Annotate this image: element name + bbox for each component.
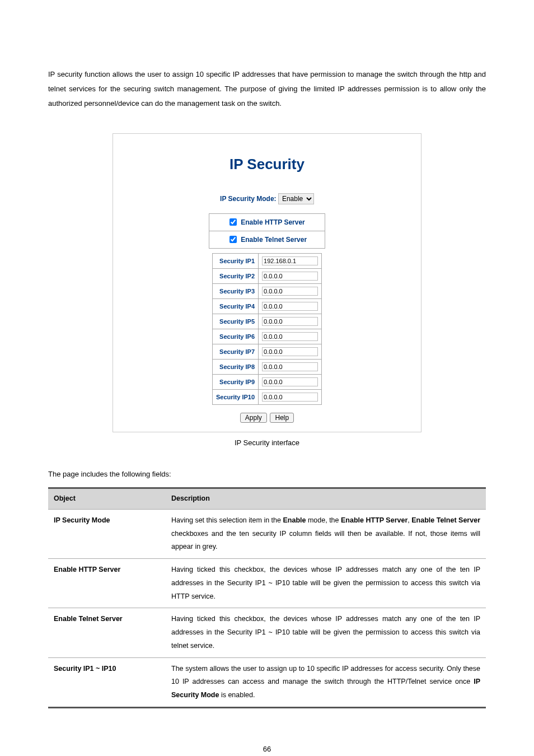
table-row: Security IP4	[212, 299, 321, 314]
table-row: Security IP7	[212, 344, 321, 360]
fields-table: Object Description IP Security Mode Havi…	[48, 487, 486, 708]
panel-title: IP Security	[113, 150, 421, 179]
enable-servers-table: Enable HTTP Server Enable Telnet Server	[209, 213, 325, 249]
security-ip3-input[interactable]	[262, 287, 318, 296]
ip-security-mode-label: IP Security Mode:	[220, 195, 276, 203]
table-row: IP Security Mode Having set this selecti…	[48, 509, 486, 558]
description-cell: The system allows the user to assign up …	[166, 657, 486, 707]
security-ip10-input[interactable]	[262, 393, 318, 402]
table-row: Security IP6	[212, 329, 321, 344]
security-ip2-input[interactable]	[262, 272, 318, 281]
security-ip-label: Security IP1	[212, 254, 258, 269]
security-ip-label: Security IP10	[212, 390, 258, 405]
security-ip-label: Security IP2	[212, 269, 258, 284]
col-description: Description	[166, 488, 486, 510]
security-ip6-input[interactable]	[262, 332, 318, 341]
security-ip-label: Security IP7	[212, 344, 258, 360]
security-ip-label: Security IP5	[212, 314, 258, 329]
description-cell: Having ticked this checkbox, the devices…	[166, 559, 486, 608]
table-row: Enable Telnet Server Having ticked this …	[48, 608, 486, 657]
figure-caption: IP Security interface	[48, 436, 486, 450]
table-row: Security IP1	[212, 254, 321, 269]
ip-security-panel: IP Security IP Security Mode: Enable Ena…	[113, 133, 421, 432]
table-row: Enable HTTP Server Having ticked this ch…	[48, 559, 486, 608]
ip-security-mode-row: IP Security Mode: Enable	[113, 192, 421, 206]
help-button[interactable]: Help	[270, 413, 294, 423]
table-row: Security IP1 ~ IP10 The system allows th…	[48, 657, 486, 707]
security-ip4-input[interactable]	[262, 302, 318, 311]
table-row: Security IP8	[212, 360, 321, 375]
table-row: Security IP10	[212, 390, 321, 405]
security-ip-label: Security IP9	[212, 375, 258, 390]
object-cell: Security IP1 ~ IP10	[48, 657, 166, 707]
security-ip5-input[interactable]	[262, 317, 318, 326]
security-ip-label: Security IP6	[212, 329, 258, 344]
table-row: Security IP9	[212, 375, 321, 390]
enable-http-checkbox[interactable]	[229, 218, 237, 226]
intro-paragraph: IP security function allows the user to …	[48, 67, 486, 111]
security-ip-label: Security IP4	[212, 299, 258, 314]
table-row: Security IP5	[212, 314, 321, 329]
security-ip8-input[interactable]	[262, 362, 318, 371]
ip-security-mode-select[interactable]: Enable	[278, 193, 314, 204]
description-cell: Having set this selection item in the En…	[166, 509, 486, 558]
security-ip-label: Security IP3	[212, 284, 258, 299]
table-row: Security IP2	[212, 269, 321, 284]
enable-telnet-label: Enable Telnet Server	[241, 236, 307, 244]
security-ip7-input[interactable]	[262, 347, 318, 356]
security-ip9-input[interactable]	[262, 377, 318, 386]
enable-http-label: Enable HTTP Server	[241, 218, 305, 226]
security-ip-table: Security IP1 Security IP2 Security IP3 S…	[212, 253, 322, 405]
page-number: 66	[48, 742, 486, 756]
security-ip1-input[interactable]	[262, 256, 318, 265]
apply-button[interactable]: Apply	[240, 413, 267, 423]
col-object: Object	[48, 488, 166, 510]
table-row: Security IP3	[212, 284, 321, 299]
object-cell: Enable Telnet Server	[48, 608, 166, 657]
security-ip-label: Security IP8	[212, 360, 258, 375]
object-cell: IP Security Mode	[48, 509, 166, 558]
enable-telnet-checkbox[interactable]	[229, 236, 237, 243]
object-cell: Enable HTTP Server	[48, 559, 166, 608]
description-cell: Having ticked this checkbox, the devices…	[166, 608, 486, 657]
fields-intro: The page includes the following fields:	[48, 467, 486, 482]
